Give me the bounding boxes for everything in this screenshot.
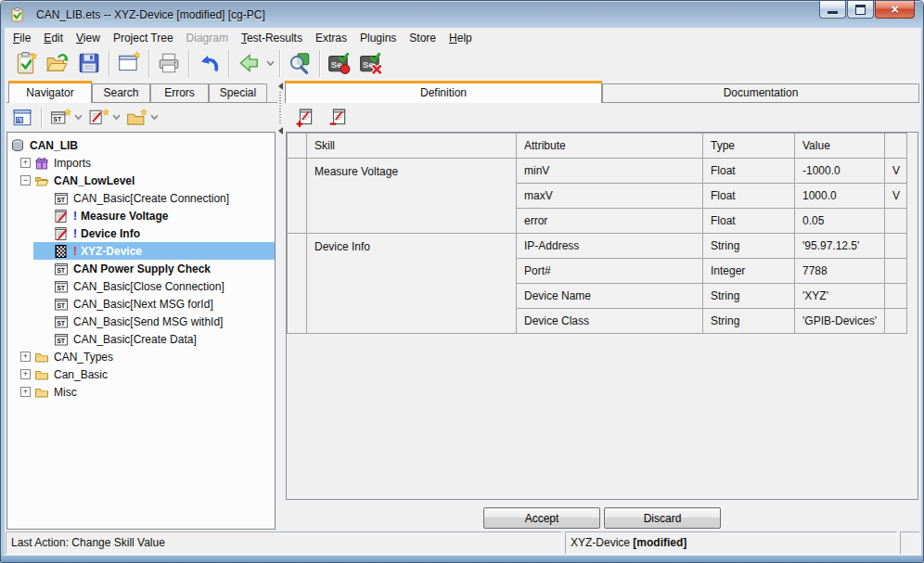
tab-errors[interactable]: Errors (150, 83, 209, 103)
cell-value[interactable]: -1000.0 (795, 159, 885, 184)
status-grip-cell (900, 531, 920, 555)
new-skill-icon[interactable] (86, 107, 122, 129)
tree-item-can-basic[interactable]: +Can_Basic (7, 365, 275, 383)
doc-edit-icon (54, 209, 69, 224)
expand-icon[interactable]: + (20, 369, 31, 379)
project-tree: CAN_LIB+Imports−CAN_LowLevelSTCAN_Basic[… (6, 132, 276, 530)
tree-item-can-basic-next-msg-forid[interactable]: STCAN_Basic[Next MSG forId] (7, 295, 275, 313)
open-project-icon[interactable] (42, 48, 73, 78)
menu-file[interactable]: File (6, 31, 37, 45)
cell-value[interactable]: 0.05 (795, 209, 885, 234)
tree-item-device-info[interactable]: !Device Info (7, 224, 275, 242)
important-marker: ! (73, 245, 77, 258)
menu-project-tree[interactable]: Project Tree (107, 31, 180, 45)
cell-type[interactable]: Float (703, 184, 795, 209)
cell-attribute[interactable]: Device Class (517, 309, 703, 334)
cell-value[interactable]: 'GPIB-Devices' (795, 309, 885, 334)
cell-skill[interactable]: Measure Voltage (307, 159, 517, 234)
menu-test-results[interactable]: Test-Results (235, 31, 309, 45)
expand-icon[interactable]: + (20, 352, 31, 362)
right-tab-bar: DefinitionDocumentation (285, 81, 919, 103)
add-attribute-icon[interactable] (293, 107, 317, 129)
cell-type[interactable]: String (703, 309, 795, 334)
tree-item-can-lowlevel[interactable]: −CAN_LowLevel (7, 172, 275, 189)
cell-attribute[interactable]: Port# (517, 259, 703, 284)
cell-type[interactable]: Float (703, 159, 795, 184)
tree-item-can-types[interactable]: +CAN_Types (7, 348, 275, 365)
cell-type[interactable]: Float (703, 209, 795, 234)
new-project-icon[interactable] (10, 48, 42, 78)
cell-unit (885, 234, 907, 259)
tab-definition[interactable]: Definition (285, 81, 602, 103)
tab-documentation[interactable]: Documentation (602, 83, 919, 103)
svg-text:ST: ST (57, 320, 66, 326)
back-dropdown-icon[interactable] (264, 48, 276, 78)
new-window-icon[interactable] (113, 48, 145, 78)
menu-plugins[interactable]: Plugins (353, 31, 403, 45)
cell-type[interactable]: Integer (703, 259, 795, 284)
cell-skill[interactable]: Device Info (307, 234, 517, 334)
cell-value[interactable]: 1000.0 (795, 184, 885, 209)
search-settings-icon[interactable] (284, 48, 315, 78)
save-icon[interactable] (73, 48, 105, 78)
tree-item-can-power-supply-check[interactable]: STCAN Power Supply Check (7, 260, 275, 277)
splitter-collapse-handle[interactable] (277, 83, 283, 134)
tab-search[interactable]: Search (92, 83, 150, 103)
se-stop-icon[interactable]: Se (355, 48, 387, 78)
tree-item-measure-voltage[interactable]: !Measure Voltage (7, 207, 275, 224)
cell-type[interactable]: String (703, 234, 795, 259)
new-st-icon[interactable]: ST (48, 107, 84, 129)
undo-icon[interactable] (193, 48, 225, 78)
remove-attribute-icon[interactable] (327, 107, 351, 129)
menu-view[interactable]: View (70, 31, 107, 45)
menu-store[interactable]: Store (403, 31, 443, 45)
tree-item-can-basic-create-connection[interactable]: STCAN_Basic[Create Connection] (7, 189, 275, 207)
tree-item-can-basic-close-connection[interactable]: STCAN_Basic[Close Connection] (7, 277, 275, 295)
tree-item-label: Misc (54, 385, 81, 400)
st-badge-icon: ST (54, 332, 69, 347)
print-icon[interactable] (153, 48, 185, 78)
menu-extras[interactable]: Extras (309, 31, 353, 45)
cell-attribute[interactable]: minV (517, 159, 703, 184)
expand-icon[interactable]: + (20, 387, 31, 397)
tree-item-can-basic-send-msg-withid[interactable]: STCAN_Basic[Send MSG withId] (7, 313, 275, 330)
discard-button[interactable]: Discard (604, 507, 721, 529)
cell-value[interactable]: '95.97.12.5' (795, 234, 885, 259)
accept-button[interactable]: Accept (483, 507, 600, 529)
new-folder-icon[interactable] (124, 107, 160, 129)
cell-attribute[interactable]: IP-Address (517, 234, 703, 259)
tab-navigator[interactable]: Navigator (8, 81, 92, 103)
menu-help[interactable]: Help (443, 31, 479, 45)
tree-item-label: CAN_Types (54, 350, 117, 365)
expand-icon[interactable]: + (20, 158, 31, 168)
tree-item-can-basic-create-data[interactable]: STCAN_Basic[Create Data] (7, 330, 275, 348)
col-header-type: Type (703, 134, 795, 159)
se-start-icon[interactable]: Se (324, 48, 355, 78)
cell-unit: V (885, 184, 907, 209)
cell-attribute[interactable]: Device Name (517, 284, 703, 309)
tree-item-can-lib[interactable]: CAN_LIB (7, 136, 275, 154)
minimize-button[interactable] (819, 1, 846, 19)
tab-special[interactable]: Special (209, 83, 267, 103)
tree-item-label: Imports (54, 156, 95, 171)
st-badge-icon: ST (54, 297, 69, 312)
collapse-icon[interactable]: − (20, 175, 31, 186)
cell-value[interactable]: 7788 (795, 259, 885, 284)
menu-edit[interactable]: Edit (37, 31, 70, 45)
maximize-button[interactable] (847, 1, 874, 19)
cell-attribute[interactable]: error (517, 209, 703, 234)
navigator-view-icon[interactable] (10, 107, 34, 129)
panel-splitter[interactable] (276, 81, 284, 530)
col-header-value: Value (795, 134, 885, 159)
app-window: CAN_LIB.ets -- XYZ-Device [modified] [cg… (0, 0, 924, 563)
app-icon (9, 6, 26, 23)
cell-type[interactable]: String (703, 284, 795, 309)
tree-item-imports[interactable]: +Imports (7, 154, 275, 172)
checkered-icon (54, 244, 69, 259)
tree-item-misc[interactable]: +Misc (7, 383, 275, 401)
back-icon[interactable] (233, 48, 264, 78)
cell-attribute[interactable]: maxV (517, 184, 703, 209)
tree-item-xyz-device[interactable]: !XYZ-Device (7, 242, 275, 260)
cell-value[interactable]: 'XYZ' (795, 284, 885, 309)
close-button[interactable]: × (875, 1, 915, 19)
